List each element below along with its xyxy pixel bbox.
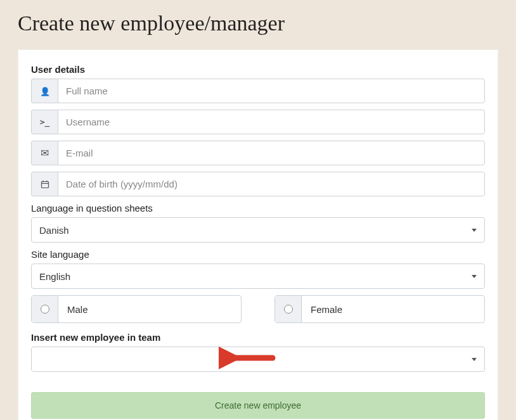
gender-male-option[interactable]: Male	[31, 295, 242, 323]
site-language-label: Site language	[31, 249, 485, 260]
team-label: Insert new employee in team	[31, 332, 485, 343]
person-icon	[31, 79, 58, 103]
language-sheets-label: Language in question sheets	[31, 203, 485, 213]
user-details-heading: User details	[31, 64, 485, 75]
svg-rect-0	[41, 181, 48, 188]
chevron-down-icon	[472, 275, 477, 278]
username-input[interactable]	[58, 110, 485, 134]
full-name-group	[31, 79, 485, 103]
site-language-select[interactable]: English	[31, 264, 485, 289]
chevron-down-icon	[472, 229, 477, 232]
radio-icon	[32, 296, 58, 322]
dob-input[interactable]	[58, 172, 485, 196]
radio-icon	[275, 296, 302, 322]
email-input[interactable]	[58, 141, 485, 165]
gender-female-label: Female	[302, 304, 351, 315]
language-sheets-select[interactable]: Danish	[31, 217, 485, 243]
gender-male-label: Male	[58, 304, 97, 315]
username-group: >_	[31, 110, 485, 134]
gender-row: Male Female	[31, 295, 485, 323]
form-card: User details >_ Language in question she…	[18, 49, 498, 420]
team-select[interactable]	[31, 347, 485, 372]
envelope-icon	[31, 141, 58, 165]
page-title: Create new employee/manager	[0, 0, 516, 49]
calendar-icon	[31, 172, 58, 196]
create-employee-button[interactable]: Create new employee	[31, 392, 485, 419]
site-language-value: English	[39, 271, 467, 282]
email-group	[31, 141, 485, 165]
terminal-icon: >_	[31, 110, 58, 134]
full-name-input[interactable]	[58, 79, 485, 103]
chevron-down-icon	[472, 358, 477, 361]
dob-group	[31, 172, 485, 196]
gender-female-option[interactable]: Female	[274, 295, 485, 323]
language-sheets-value: Danish	[39, 225, 467, 236]
